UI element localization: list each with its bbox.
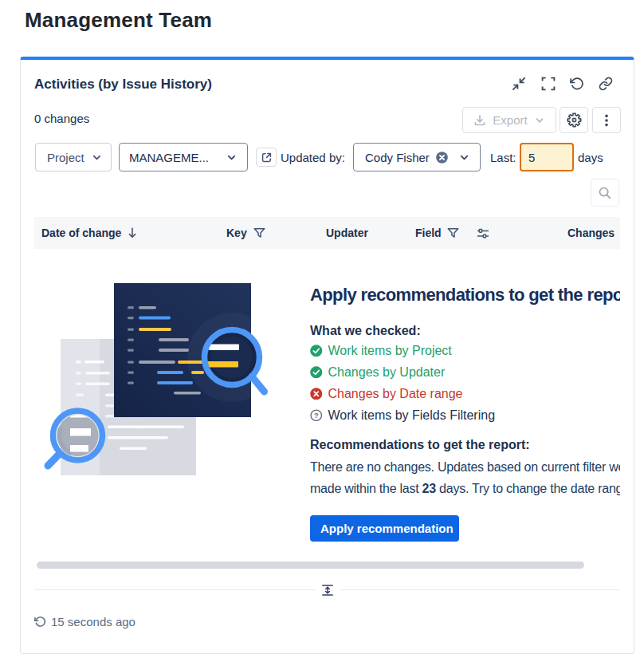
- svg-text:?: ?: [314, 412, 319, 420]
